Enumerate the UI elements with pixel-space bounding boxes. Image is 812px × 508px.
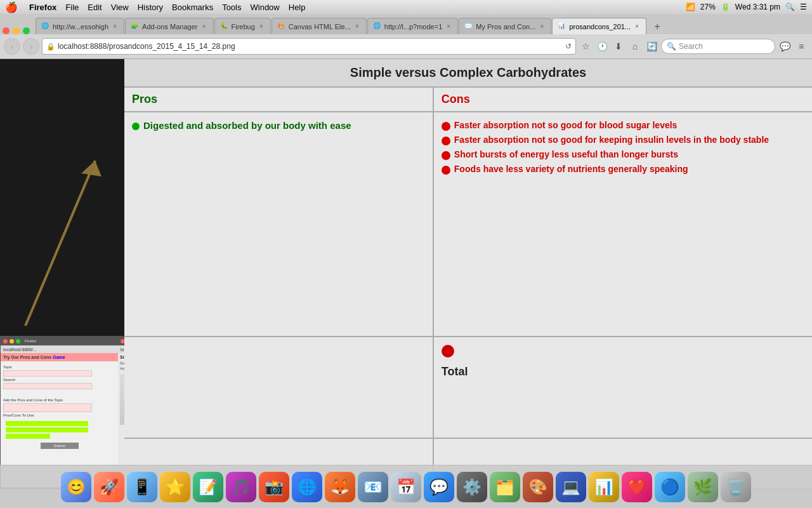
- close-button[interactable]: [3, 27, 10, 34]
- dock-app5[interactable]: 📸: [259, 472, 289, 502]
- apple-menu[interactable]: 🍎: [5, 1, 18, 13]
- tab-close-5[interactable]: ×: [445, 23, 452, 30]
- menu-icon[interactable]: ☰: [800, 3, 807, 11]
- tab-label-5: http://l...p?mode=1: [384, 23, 442, 30]
- reload-icon[interactable]: ↺: [565, 42, 572, 51]
- dock-app18[interactable]: 🌿: [688, 472, 718, 502]
- thumb-header-right: Firefox: [118, 337, 124, 345]
- tab-1[interactable]: 🌐 http://w...essohigh ×: [36, 18, 124, 34]
- total-label: Total: [442, 365, 468, 378]
- hamburger-menu-icon[interactable]: ≡: [794, 39, 808, 53]
- tab-4[interactable]: 🎨 Canvas HTML Ele... ×: [272, 18, 367, 34]
- tab-label-7: prosandcons_201...: [569, 23, 631, 30]
- cons-item-1: Faster absorption not so good for blood …: [442, 120, 804, 131]
- dock-app1[interactable]: 📱: [127, 472, 157, 502]
- download-icon[interactable]: ⬇: [612, 39, 625, 53]
- tab-close-6[interactable]: ×: [538, 23, 546, 30]
- tab-7[interactable]: 📊 prosandcons_201... ×: [552, 18, 646, 34]
- tab-favicon-5: 🌐: [373, 22, 382, 31]
- lower-section: Total: [124, 336, 812, 438]
- thumb-input-2: [3, 383, 92, 389]
- dock-app9[interactable]: 📅: [391, 472, 421, 502]
- dock-app8[interactable]: 📧: [358, 472, 388, 502]
- search-bar[interactable]: 🔍 Search: [661, 39, 775, 54]
- menubar-window[interactable]: Window: [251, 3, 280, 12]
- dock-app13[interactable]: 🎨: [523, 472, 553, 502]
- bookmark-star-icon[interactable]: ☆: [579, 39, 593, 53]
- thumb-header-left: Firefox: [1, 337, 118, 345]
- green-bar-1: [6, 421, 88, 426]
- dock-app10[interactable]: 💬: [424, 472, 454, 502]
- dock-app17[interactable]: 🔵: [655, 472, 685, 502]
- lower-pros: [124, 337, 434, 438]
- dock-app16[interactable]: ❤️: [622, 472, 652, 502]
- webpage: Simple versus Complex Carbohydrates Pros…: [124, 59, 812, 488]
- tab-close-2[interactable]: ×: [200, 23, 208, 30]
- dock-app6[interactable]: 🌐: [292, 472, 322, 502]
- sidebar: Firefox localhost:8888/... Try Our Pros …: [0, 59, 124, 488]
- new-tab-button[interactable]: +: [650, 19, 665, 34]
- thumb-button[interactable]: Submit: [41, 443, 79, 449]
- dock-finder[interactable]: 😊: [61, 472, 91, 502]
- menubar-tools[interactable]: Tools: [222, 3, 241, 12]
- urlbar-row: ‹ › 🔒 localhost:8888/prosandcons_2015_4_…: [0, 34, 812, 58]
- sync-icon[interactable]: 🔄: [645, 39, 658, 53]
- dock-trash[interactable]: 🗑️: [721, 472, 751, 502]
- menubar-firefox[interactable]: Firefox: [29, 3, 56, 12]
- menubar-file[interactable]: File: [65, 3, 79, 12]
- cons-bullet-3: [442, 151, 450, 160]
- tab-label-1: http://w...essohigh: [53, 23, 108, 30]
- tab-2[interactable]: 🧩 Add-ons Manager ×: [125, 18, 213, 34]
- forward-button[interactable]: ›: [23, 38, 39, 55]
- cons-item-4: Foods have less variety of nutrients gen…: [442, 164, 804, 175]
- page-title: Simple versus Complex Carbohydrates: [131, 65, 806, 80]
- search-icon[interactable]: 🔍: [785, 3, 795, 11]
- tab-label-4: Canvas HTML Ele...: [289, 23, 351, 30]
- dock-app7[interactable]: 🦊: [325, 472, 355, 502]
- maximize-button[interactable]: [23, 27, 30, 34]
- thumb-form-label-3: Add the Pros and Cons of the Topic: [3, 398, 115, 402]
- cons-item-3: Short bursts of energy less useful than …: [442, 149, 804, 160]
- browser-chrome: 🌐 http://w...essohigh × 🧩 Add-ons Manage…: [0, 14, 812, 59]
- dock-app15[interactable]: 📊: [589, 472, 619, 502]
- history-icon[interactable]: 🕐: [595, 39, 609, 53]
- thumb-input-3: [3, 403, 92, 412]
- thumb-green-bars: [3, 418, 115, 441]
- dock-launchpad[interactable]: 🚀: [94, 472, 124, 502]
- url-bar[interactable]: 🔒 localhost:8888/prosandcons_2015_4_15_1…: [42, 38, 576, 55]
- chat-icon[interactable]: 💬: [778, 39, 792, 53]
- svg-line-0: [25, 161, 95, 326]
- dock-app2[interactable]: ⭐: [160, 472, 190, 502]
- tab-5[interactable]: 🌐 http://l...p?mode=1 ×: [367, 18, 458, 34]
- dock-app11[interactable]: ⚙️: [457, 472, 487, 502]
- dock-app12[interactable]: 🗂️: [490, 472, 520, 502]
- tab-close-3[interactable]: ×: [258, 23, 265, 30]
- tab-close-1[interactable]: ×: [111, 23, 119, 30]
- dock-app14[interactable]: 💻: [556, 472, 586, 502]
- menubar-edit[interactable]: Edit: [88, 3, 102, 12]
- tab-favicon-4: 🎨: [277, 22, 286, 31]
- menubar-help[interactable]: Help: [289, 3, 306, 12]
- cons-bullet-2: [442, 137, 450, 145]
- menubar-right: 📶 27% 🔋 Wed 3:31 pm 🔍 ☰: [686, 3, 807, 11]
- dock-app3[interactable]: 📝: [193, 472, 223, 502]
- url-text: localhost:8888/prosandcons_2015_4_15_14_…: [58, 42, 563, 51]
- tab-close-4[interactable]: ×: [353, 23, 361, 30]
- thumb-game-link[interactable]: Game: [53, 355, 65, 359]
- tab-favicon-6: ✉️: [464, 22, 473, 31]
- menubar-bookmarks[interactable]: Bookmarks: [172, 3, 213, 12]
- thumb-urlbar-left: localhost:8888/...: [1, 345, 118, 353]
- tab-close-7[interactable]: ×: [633, 23, 641, 30]
- pros-item-1: Digested and absorbed by our body with e…: [132, 120, 425, 131]
- tab-3[interactable]: 🐛 Firebug ×: [214, 18, 271, 34]
- dock-app4[interactable]: 🎵: [226, 472, 256, 502]
- back-button[interactable]: ‹: [4, 38, 20, 55]
- menubar-history[interactable]: History: [138, 3, 163, 12]
- proscons-table: Pros Digested and absorbed by our body w…: [124, 88, 812, 336]
- tab-6[interactable]: ✉️ My Pros and Con... ×: [459, 18, 551, 34]
- toolbar-icons: ☆ 🕐 ⬇ ⌂ 🔄: [579, 39, 658, 53]
- battery-text: 27%: [700, 3, 716, 11]
- menubar-view[interactable]: View: [111, 3, 129, 12]
- minimize-button[interactable]: [13, 27, 20, 34]
- home-icon[interactable]: ⌂: [628, 39, 642, 53]
